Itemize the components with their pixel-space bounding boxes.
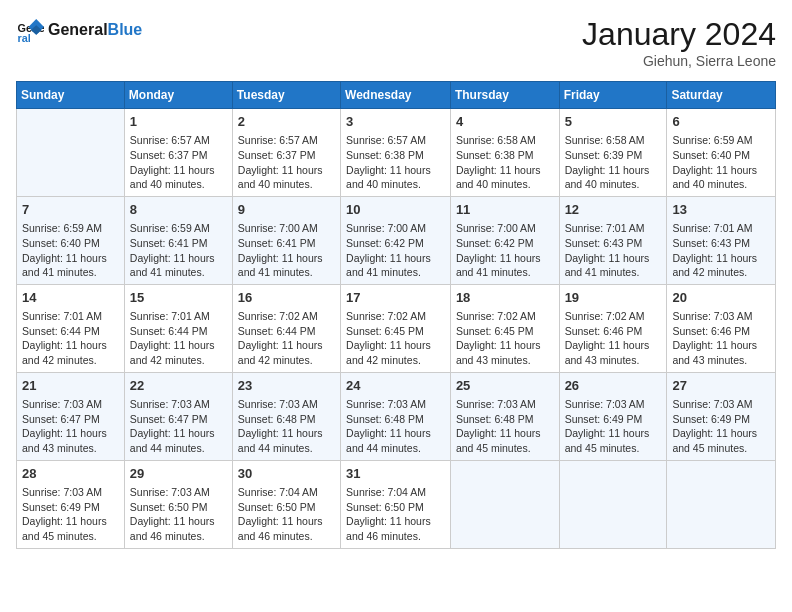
day-info: Sunset: 6:37 PM — [238, 148, 335, 163]
day-info: and 40 minutes. — [346, 177, 445, 192]
svg-text:ral: ral — [18, 32, 31, 44]
day-info: Sunset: 6:40 PM — [22, 236, 119, 251]
day-info: Sunset: 6:48 PM — [346, 412, 445, 427]
day-info: Daylight: 11 hours — [456, 426, 554, 441]
calendar-cell — [667, 460, 776, 548]
day-info: Sunrise: 7:03 AM — [130, 397, 227, 412]
day-info: Sunrise: 7:02 AM — [565, 309, 662, 324]
day-number: 26 — [565, 377, 662, 395]
month-title: January 2024 — [582, 16, 776, 53]
day-info: Sunrise: 7:04 AM — [238, 485, 335, 500]
day-info: Sunrise: 7:02 AM — [456, 309, 554, 324]
day-info: and 41 minutes. — [565, 265, 662, 280]
day-info: and 42 minutes. — [238, 353, 335, 368]
day-info: and 45 minutes. — [565, 441, 662, 456]
day-info: and 42 minutes. — [672, 265, 770, 280]
calendar-week-row: 14Sunrise: 7:01 AMSunset: 6:44 PMDayligh… — [17, 284, 776, 372]
weekday-header: Friday — [559, 82, 667, 109]
logo: Gene ral GeneralBlue — [16, 16, 142, 44]
day-info: and 46 minutes. — [130, 529, 227, 544]
weekday-header: Tuesday — [232, 82, 340, 109]
day-info: Sunset: 6:46 PM — [672, 324, 770, 339]
day-info: Sunset: 6:49 PM — [565, 412, 662, 427]
calendar-week-row: 28Sunrise: 7:03 AMSunset: 6:49 PMDayligh… — [17, 460, 776, 548]
day-info: Sunset: 6:49 PM — [672, 412, 770, 427]
day-info: Daylight: 11 hours — [238, 251, 335, 266]
calendar-cell: 5Sunrise: 6:58 AMSunset: 6:39 PMDaylight… — [559, 109, 667, 197]
day-number: 10 — [346, 201, 445, 219]
day-info: Daylight: 11 hours — [130, 514, 227, 529]
day-number: 12 — [565, 201, 662, 219]
day-info: Sunrise: 7:03 AM — [130, 485, 227, 500]
day-info: Sunset: 6:42 PM — [346, 236, 445, 251]
day-info: Sunrise: 7:03 AM — [22, 485, 119, 500]
day-info: and 44 minutes. — [130, 441, 227, 456]
calendar-table: SundayMondayTuesdayWednesdayThursdayFrid… — [16, 81, 776, 549]
calendar-cell: 4Sunrise: 6:58 AMSunset: 6:38 PMDaylight… — [450, 109, 559, 197]
day-info: Daylight: 11 hours — [22, 426, 119, 441]
day-number: 18 — [456, 289, 554, 307]
day-number: 31 — [346, 465, 445, 483]
day-info: and 43 minutes. — [565, 353, 662, 368]
day-info: Daylight: 11 hours — [565, 251, 662, 266]
day-info: Daylight: 11 hours — [238, 338, 335, 353]
calendar-cell: 23Sunrise: 7:03 AMSunset: 6:48 PMDayligh… — [232, 372, 340, 460]
day-info: and 46 minutes. — [346, 529, 445, 544]
day-info: and 41 minutes. — [346, 265, 445, 280]
day-info: Sunset: 6:38 PM — [456, 148, 554, 163]
day-info: Sunrise: 7:03 AM — [456, 397, 554, 412]
day-info: Sunset: 6:41 PM — [130, 236, 227, 251]
day-info: Sunset: 6:45 PM — [456, 324, 554, 339]
day-info: Sunrise: 6:57 AM — [346, 133, 445, 148]
day-info: Daylight: 11 hours — [672, 251, 770, 266]
day-info: Sunrise: 6:59 AM — [130, 221, 227, 236]
day-info: and 43 minutes. — [672, 353, 770, 368]
day-info: Daylight: 11 hours — [346, 338, 445, 353]
day-number: 29 — [130, 465, 227, 483]
calendar-cell: 8Sunrise: 6:59 AMSunset: 6:41 PMDaylight… — [124, 196, 232, 284]
day-info: and 41 minutes. — [22, 265, 119, 280]
day-info: Sunset: 6:40 PM — [672, 148, 770, 163]
day-info: and 46 minutes. — [238, 529, 335, 544]
day-info: Daylight: 11 hours — [346, 163, 445, 178]
day-info: Sunset: 6:47 PM — [130, 412, 227, 427]
day-info: and 45 minutes. — [22, 529, 119, 544]
day-number: 25 — [456, 377, 554, 395]
calendar-cell: 3Sunrise: 6:57 AMSunset: 6:38 PMDaylight… — [341, 109, 451, 197]
day-info: Daylight: 11 hours — [238, 426, 335, 441]
calendar-cell: 22Sunrise: 7:03 AMSunset: 6:47 PMDayligh… — [124, 372, 232, 460]
day-info: Sunrise: 7:03 AM — [565, 397, 662, 412]
day-info: Sunset: 6:44 PM — [22, 324, 119, 339]
calendar-cell: 17Sunrise: 7:02 AMSunset: 6:45 PMDayligh… — [341, 284, 451, 372]
day-info: Sunrise: 6:58 AM — [565, 133, 662, 148]
day-number: 16 — [238, 289, 335, 307]
day-info: and 45 minutes. — [672, 441, 770, 456]
calendar-cell: 15Sunrise: 7:01 AMSunset: 6:44 PMDayligh… — [124, 284, 232, 372]
day-number: 4 — [456, 113, 554, 131]
day-info: Sunset: 6:38 PM — [346, 148, 445, 163]
day-info: Sunset: 6:49 PM — [22, 500, 119, 515]
calendar-week-row: 21Sunrise: 7:03 AMSunset: 6:47 PMDayligh… — [17, 372, 776, 460]
day-info: Daylight: 11 hours — [565, 426, 662, 441]
day-info: Daylight: 11 hours — [238, 163, 335, 178]
calendar-cell: 28Sunrise: 7:03 AMSunset: 6:49 PMDayligh… — [17, 460, 125, 548]
day-info: and 41 minutes. — [456, 265, 554, 280]
day-number: 11 — [456, 201, 554, 219]
day-info: Daylight: 11 hours — [130, 338, 227, 353]
day-info: Daylight: 11 hours — [565, 338, 662, 353]
day-info: Sunrise: 6:59 AM — [22, 221, 119, 236]
day-info: Daylight: 11 hours — [130, 426, 227, 441]
day-info: Sunrise: 6:57 AM — [130, 133, 227, 148]
calendar-cell — [450, 460, 559, 548]
calendar-cell: 16Sunrise: 7:02 AMSunset: 6:44 PMDayligh… — [232, 284, 340, 372]
day-info: Sunrise: 6:57 AM — [238, 133, 335, 148]
calendar-cell: 19Sunrise: 7:02 AMSunset: 6:46 PMDayligh… — [559, 284, 667, 372]
day-info: Sunrise: 7:03 AM — [22, 397, 119, 412]
day-info: Sunset: 6:50 PM — [238, 500, 335, 515]
day-info: Sunrise: 7:04 AM — [346, 485, 445, 500]
logo-icon: Gene ral — [16, 16, 44, 44]
day-number: 14 — [22, 289, 119, 307]
day-info: Sunrise: 7:03 AM — [346, 397, 445, 412]
weekday-header: Wednesday — [341, 82, 451, 109]
day-info: and 40 minutes. — [672, 177, 770, 192]
